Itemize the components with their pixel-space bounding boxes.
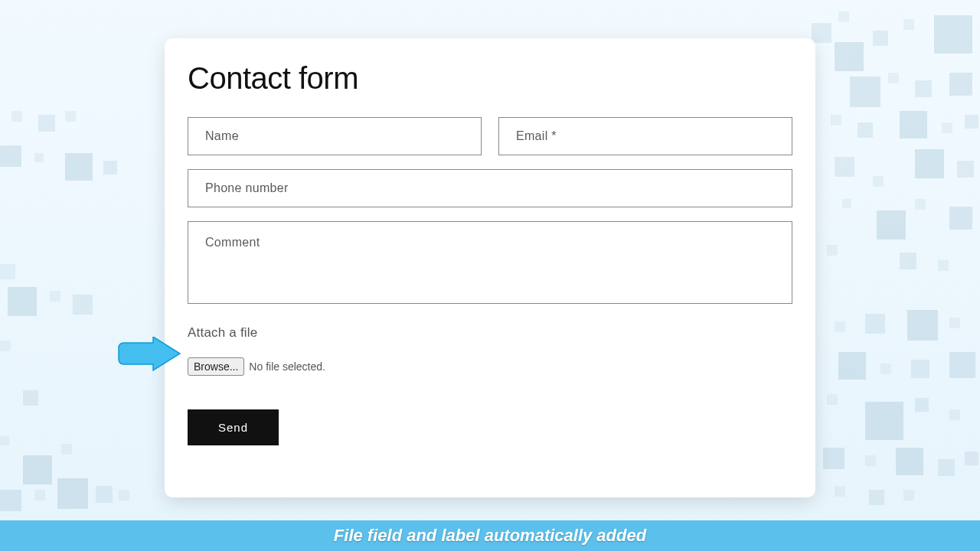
file-status-text: No file selected. bbox=[249, 360, 325, 373]
phone-placeholder: Phone number bbox=[205, 181, 289, 195]
email-placeholder: Email * bbox=[516, 129, 557, 143]
file-input-row: Browse... No file selected. bbox=[188, 357, 792, 376]
send-button[interactable]: Send bbox=[188, 409, 279, 445]
name-placeholder: Name bbox=[205, 129, 239, 143]
name-field[interactable]: Name bbox=[188, 117, 482, 155]
browse-button[interactable]: Browse... bbox=[188, 357, 244, 376]
email-field[interactable]: Email * bbox=[498, 117, 792, 155]
form-title: Contact form bbox=[188, 61, 792, 96]
phone-field[interactable]: Phone number bbox=[188, 169, 792, 207]
comment-placeholder: Comment bbox=[205, 236, 260, 249]
contact-form-card: Contact form Name Email * Phone number C… bbox=[165, 38, 815, 497]
comment-field[interactable]: Comment bbox=[188, 221, 792, 304]
caption-bar: File field and label automatically added bbox=[0, 520, 980, 551]
arrow-icon bbox=[115, 337, 184, 375]
caption-text: File field and label automatically added bbox=[334, 526, 646, 546]
attach-file-label: Attach a file bbox=[188, 325, 792, 341]
